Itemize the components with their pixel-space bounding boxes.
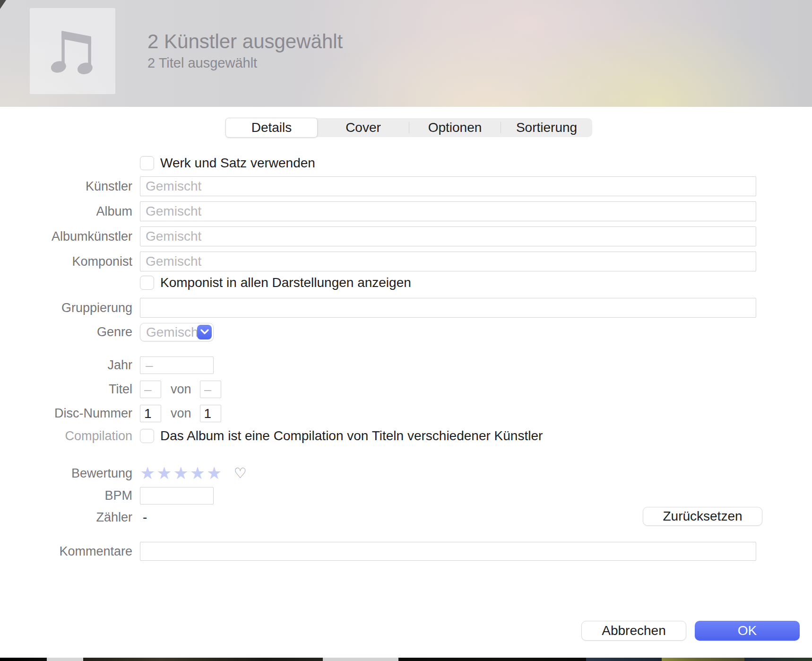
play-count-value: - [140,510,147,525]
tab-sortierung[interactable]: Sortierung [501,118,592,137]
track-number-input[interactable] [140,381,161,398]
show-composer-checkbox-label: Komponist in allen Darstellungen anzeige… [160,275,411,290]
track-count-input[interactable] [200,381,221,398]
comments-field-label: Kommentare [0,544,140,559]
work-movement-checkbox[interactable] [140,156,154,170]
info-tab-bar: Details Cover Optionen Sortierung [225,118,592,137]
ok-button[interactable]: OK [695,621,800,641]
composer-field-label: Komponist [0,254,140,269]
dialog-header: 2 Künstler ausgewählt 2 Titel ausgewählt [0,0,812,107]
disc-number-field-label: Disc-Nummer [0,406,140,421]
comments-input[interactable] [140,542,756,561]
track-of-label: von [171,382,191,397]
work-movement-checkbox-label: Werk und Satz verwenden [160,156,315,171]
album-input[interactable] [140,201,756,221]
tab-details[interactable]: Details [225,118,318,138]
composer-input[interactable] [140,252,756,271]
album-artist-field-label: Albumkünstler [0,229,140,244]
rating-stars[interactable]: ★★★★★ [140,466,223,480]
genre-selected-value: Gemischt [140,325,202,340]
play-count-field-label: Zähler [0,510,140,525]
heart-icon[interactable]: ♡ [233,466,246,480]
disc-number-input[interactable] [140,405,161,422]
compilation-checkbox[interactable] [140,429,154,443]
year-field-label: Jahr [0,358,140,373]
bpm-input[interactable] [140,487,214,504]
tab-optionen[interactable]: Optionen [409,118,501,137]
compilation-field-label: Compilation [0,429,140,444]
reset-play-count-button[interactable]: Zurücksetzen [643,507,762,526]
tab-cover[interactable]: Cover [318,118,409,137]
artist-field-label: Künstler [0,179,140,194]
track-number-field-label: Titel [0,382,140,397]
music-note-icon [47,24,98,78]
grouping-input[interactable] [140,298,756,318]
genre-dropdown-button[interactable] [197,325,212,339]
background-window-edge [0,658,812,661]
bpm-field-label: BPM [0,488,140,503]
rating-field-label: Bewertung [0,466,140,481]
artist-input[interactable] [140,176,756,196]
show-composer-checkbox[interactable] [140,276,154,290]
compilation-checkbox-label: Das Album ist eine Compilation von Titel… [160,428,543,444]
chevron-down-icon [200,328,209,337]
dialog-title: 2 Künstler ausgewählt [147,29,343,54]
genre-combobox[interactable]: Gemischt [140,323,214,341]
cancel-button[interactable]: Abbrechen [581,621,686,641]
disc-of-label: von [171,406,191,421]
genre-field-label: Genre [0,325,140,339]
album-field-label: Album [0,204,140,219]
grouping-field-label: Gruppierung [0,301,140,315]
album-artist-input[interactable] [140,226,756,246]
album-artwork-placeholder [30,8,115,94]
year-input[interactable] [140,357,214,374]
dialog-subtitle: 2 Titel ausgewählt [147,54,343,72]
disc-count-input[interactable] [200,405,221,422]
